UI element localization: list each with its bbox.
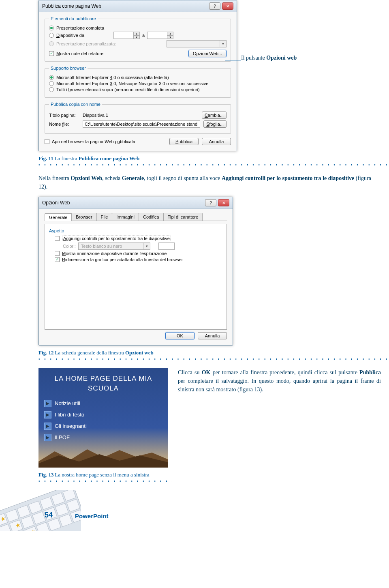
tab-codifica[interactable]: Codifica: [139, 213, 164, 221]
dotted-rule: • • • • • • • • • • • • • • • • • • • • …: [38, 479, 172, 483]
cancel-button[interactable]: Annulla: [202, 138, 231, 145]
radio-ie4-label: Microsoft Internet Explorer 4.0 o succes…: [56, 75, 169, 80]
help-button[interactable]: ?: [209, 2, 220, 10]
radio-ie4[interactable]: [49, 75, 54, 80]
radio-full-label: Presentazione completa: [56, 26, 104, 30]
web-options-button[interactable]: Opzioni Web...: [188, 50, 227, 57]
elements-fieldset: Elementi da pubblicare Presentazione com…: [45, 16, 231, 62]
browser-support-fieldset: Supporto browser Microsoft Internet Expl…: [45, 66, 231, 98]
play-icon: ▶: [44, 411, 51, 418]
fig11-caption: Fig. 11 La finestra Pubblica come pagina…: [38, 155, 389, 162]
close-button[interactable]: ✕: [218, 199, 229, 206]
preview-title: LA HOME PAGE DELLA MIASCUOLA: [44, 374, 162, 393]
chevron-down-icon: ▼: [220, 41, 226, 47]
body-paragraph-1: Nella finestra Opzioni Web, scheda Gener…: [38, 174, 381, 191]
tab-file[interactable]: File: [96, 213, 113, 221]
tab-browser[interactable]: Browser: [71, 213, 96, 221]
tab-tipi-carattere[interactable]: Tipi di carattere: [163, 213, 203, 221]
radio-full-presentation[interactable]: [49, 26, 54, 30]
publish-button[interactable]: Pubblica: [169, 138, 199, 145]
checkbox-resize-graphics[interactable]: [55, 257, 60, 262]
spinner-from[interactable]: ▲▼: [113, 32, 140, 39]
radio-ie3-label: Microsoft Internet Explorer 3.0, Netscap…: [56, 81, 208, 86]
chevron-down-icon: ▼: [143, 243, 150, 249]
spinner-to-input[interactable]: [147, 32, 167, 39]
dotted-rule: • • • • • • • • • • • • • • • • • • • • …: [38, 163, 389, 167]
titlebar: Pubblica come pagina Web ? ✕: [39, 0, 237, 12]
preview-item: ▶Gli insegnanti: [44, 423, 162, 430]
spinner-to[interactable]: ▲▼: [147, 32, 173, 39]
tab-strip: Generale Browser File Immagini Codifica …: [45, 213, 227, 221]
checkbox-show-notes[interactable]: [49, 51, 54, 56]
label-a: a: [142, 33, 145, 38]
fig12-caption: Fig. 12 La scheda generale della finestr…: [38, 350, 389, 356]
body-paragraph-2: Clicca su OK per tornare alla finestra p…: [178, 368, 389, 394]
color-preview: [158, 242, 175, 250]
colors-label: Colori:: [63, 244, 76, 249]
checkbox-show-notes-label: Mostra note del relatore: [56, 51, 103, 56]
browse-button[interactable]: Sfoglia...: [203, 120, 227, 128]
publish-copy-legend: Pubblica copia con nome: [49, 102, 102, 107]
tab-panel-generale: Aspetto Aggiungi controlli per lo sposta…: [45, 224, 227, 330]
help-button[interactable]: ?: [205, 199, 216, 206]
colors-combo: Testo bianco su nero ▼: [78, 242, 150, 250]
radio-all-browsers[interactable]: [49, 87, 54, 92]
spinner-up-icon[interactable]: ▲: [167, 32, 173, 35]
dialog-title: Opzioni Web: [42, 200, 70, 206]
browser-support-legend: Supporto browser: [49, 66, 88, 71]
spinner-down-icon[interactable]: ▼: [167, 35, 173, 39]
tab-immagini[interactable]: Immagini: [112, 213, 139, 221]
radio-slides-label: Diapositive da: [56, 33, 84, 38]
aspect-legend: Aspetto: [49, 228, 222, 233]
checkbox-show-animation-label: Mostra animazione diapositive durante l'…: [62, 251, 167, 256]
web-options-dialog: Opzioni Web ? ✕ Generale Browser File Im…: [38, 197, 233, 346]
play-icon: ▶: [44, 423, 51, 430]
ok-button[interactable]: OK: [165, 332, 194, 339]
spinner-down-icon[interactable]: ▼: [134, 35, 139, 39]
checkbox-resize-graphics-label: Ridimensiona la grafica per adattarla al…: [62, 257, 183, 262]
homepage-preview: LA HOME PAGE DELLA MIASCUOLA ▶Notizie ut…: [38, 368, 168, 468]
page-label: PowerPoint: [75, 513, 109, 519]
file-name-label: Nome file:: [49, 122, 79, 127]
checkbox-open-browser-label: Apri nel browser la pagina Web pubblicat…: [52, 139, 135, 144]
keyboard-decoration: ★ ★ ★: [0, 490, 81, 531]
fig13-caption: Fig. 13 La nostra home page senza il men…: [38, 472, 389, 478]
radio-all-browsers-label: Tutti i browser elencati sopra (verranno…: [56, 87, 200, 92]
change-button[interactable]: Cambia...: [202, 112, 227, 119]
checkbox-show-animation[interactable]: [55, 251, 60, 256]
elements-legend: Elementi da pubblicare: [49, 16, 98, 21]
preview-item: ▶I libri di testo: [44, 411, 162, 418]
file-name-input[interactable]: [83, 120, 200, 128]
radio-slides-from[interactable]: [49, 33, 54, 38]
dialog-title: Pubblica come pagina Web: [42, 3, 101, 9]
close-button[interactable]: ✕: [222, 2, 233, 10]
preview-item: ▶Il POF: [44, 434, 162, 441]
spinner-up-icon[interactable]: ▲: [134, 32, 139, 35]
tab-generale[interactable]: Generale: [45, 213, 72, 221]
preview-item: ▶Notizie utili: [44, 400, 162, 407]
publish-copy-fieldset: Pubblica copia con nome Titolo pagina: D…: [45, 102, 231, 134]
radio-custom-presentation: [49, 41, 54, 46]
radio-custom-label: Presentazione personalizzata:: [56, 41, 116, 46]
dotted-rule: • • • • • • • • • • • • • • • • • • • • …: [38, 357, 389, 361]
custom-combo: ▼: [167, 40, 227, 47]
titlebar: Opzioni Web ? ✕: [39, 197, 233, 209]
play-icon: ▶: [44, 434, 51, 441]
spinner-from-input[interactable]: [113, 32, 134, 39]
page-number: 54: [45, 511, 53, 519]
checkbox-open-browser[interactable]: [45, 139, 49, 144]
publish-dialog: Pubblica come pagina Web ? ✕ Elementi da…: [38, 0, 237, 151]
annotation-web-options: Il pulsante Opzioni web: [241, 55, 297, 61]
checkbox-add-controls[interactable]: [55, 236, 60, 241]
cancel-button[interactable]: Annulla: [198, 332, 227, 339]
play-icon: ▶: [44, 400, 51, 407]
radio-ie3[interactable]: [49, 81, 54, 86]
page-title-value: Diapositiva 1: [83, 113, 199, 118]
page-title-label: Titolo pagina:: [49, 113, 79, 118]
checkbox-add-controls-label: Aggiungi controlli per lo spostamento tr…: [62, 236, 171, 241]
